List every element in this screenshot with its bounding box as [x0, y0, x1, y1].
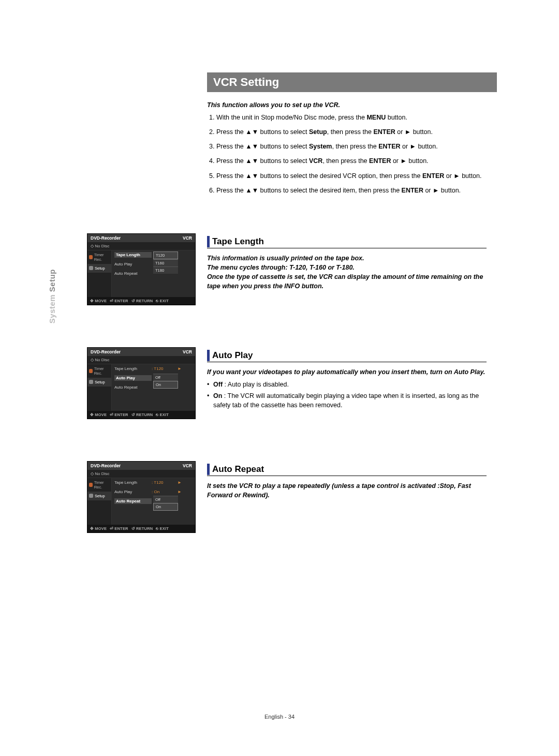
- step-6: Press the ▲▼ buttons to select the desir…: [216, 186, 487, 195]
- desc-auto-repeat: It sets the VCR to play a tape repeatedl…: [207, 481, 487, 500]
- page-footer: English - 34: [0, 714, 559, 720]
- section-auto-play: DVD-RecorderVCRNo DiscTimer Rec.SetupTap…: [207, 350, 487, 438]
- heading-tape-length: Tape Length: [207, 236, 487, 248]
- desc-tape-length: This information is usually printed on t…: [207, 254, 487, 291]
- osd-nav-setup: Setup: [87, 378, 111, 387]
- osd-tape-length: DVD-RecorderVCRNo DiscTimer Rec.SetupTap…: [87, 233, 196, 305]
- osd-option: Off: [153, 496, 178, 503]
- side-tab-strong: Setup: [48, 269, 56, 294]
- osd-titlebar: DVD-RecorderVCR: [87, 348, 195, 356]
- bullet-on: On : The VCR will automatically begin pl…: [209, 391, 487, 410]
- osd-footer: MOVEENTERRETURNEXIT: [87, 525, 195, 532]
- osd-nav-timer: Timer Rec.: [87, 250, 111, 264]
- osd-option: On: [153, 381, 178, 389]
- osd-footer: MOVEENTERRETURNEXIT: [87, 411, 195, 419]
- osd-titlebar: DVD-RecorderVCR: [87, 234, 195, 242]
- step-5: Press the ▲▼ buttons to select the desir…: [216, 171, 487, 181]
- osd-footer: MOVEENTERRETURNEXIT: [87, 297, 195, 305]
- osd-option-list: OffOn: [153, 374, 178, 389]
- osd-body: Timer Rec.SetupTape Length: T120►Auto Pl…: [87, 478, 195, 525]
- manual-page: System Setup VCR Setting This function a…: [0, 0, 559, 756]
- intro-text: This function allows you to set up the V…: [207, 101, 487, 109]
- page-title: VCR Setting: [207, 72, 497, 92]
- osd-body: Timer Rec.SetupTape LengthAuto PlayAuto …: [87, 250, 195, 297]
- step-2: Press the ▲▼ buttons to select Setup, th…: [216, 127, 487, 137]
- osd-nav-timer: Timer Rec.: [87, 364, 111, 378]
- side-tab: System Setup: [48, 269, 56, 323]
- intro-block: This function allows you to set up the V…: [207, 101, 487, 552]
- desc-auto-play: If you want your videotapes to play auto…: [207, 367, 487, 377]
- osd-nav-setup: Setup: [87, 492, 111, 500]
- step-4: Press the ▲▼ buttons to select VCR, then…: [216, 156, 487, 166]
- osd-body: Timer Rec.SetupTape Length: T120►Auto Pl…: [87, 364, 195, 411]
- side-tab-light: System: [48, 294, 56, 323]
- osd-left-nav: Timer Rec.Setup: [87, 478, 112, 525]
- heading-auto-play: Auto Play: [207, 350, 487, 362]
- step-1: With the unit in Stop mode/No Disc mode,…: [216, 113, 487, 122]
- osd-nodisc: No Disc: [87, 242, 195, 250]
- osd-option: On: [153, 503, 178, 511]
- osd-option: T160: [153, 259, 178, 266]
- osd-right-pane: Tape LengthAuto PlayAuto RepeatT120T160T…: [112, 250, 195, 297]
- bullet-off: Off : Auto play is disabled.: [209, 380, 487, 389]
- osd-row: Tape Length: T120►: [112, 478, 195, 487]
- osd-left-nav: Timer Rec.Setup: [87, 250, 112, 297]
- step-3: Press the ▲▼ buttons to select System, t…: [216, 142, 487, 151]
- osd-right-pane: Tape Length: T120►Auto PlayAuto RepeatOf…: [112, 364, 195, 411]
- section-auto-repeat: DVD-RecorderVCRNo DiscTimer Rec.SetupTap…: [207, 464, 487, 552]
- osd-option-list: T120T160T180: [153, 251, 178, 274]
- osd-option-list: OffOn: [153, 496, 178, 511]
- osd-titlebar: DVD-RecorderVCR: [87, 462, 195, 470]
- section-tape-length: DVD-RecorderVCRNo DiscTimer Rec.SetupTap…: [207, 236, 487, 324]
- osd-nodisc: No Disc: [87, 356, 195, 364]
- osd-row: Tape Length: T120►: [112, 364, 195, 374]
- osd-nodisc: No Disc: [87, 470, 195, 478]
- osd-option: Off: [153, 374, 178, 381]
- osd-option: T180: [153, 266, 178, 274]
- heading-auto-repeat: Auto Repeat: [207, 464, 487, 476]
- osd-right-pane: Tape Length: T120►Auto Play: On►Auto Rep…: [112, 478, 195, 525]
- osd-nav-timer: Timer Rec.: [87, 478, 111, 492]
- osd-auto-repeat: DVD-RecorderVCRNo DiscTimer Rec.SetupTap…: [87, 461, 196, 533]
- osd-left-nav: Timer Rec.Setup: [87, 364, 112, 411]
- auto-play-bullets: Off : Auto play is disabled. On : The VC…: [207, 380, 487, 410]
- osd-option: T120: [153, 251, 178, 259]
- osd-auto-play: DVD-RecorderVCRNo DiscTimer Rec.SetupTap…: [87, 347, 196, 419]
- osd-nav-setup: Setup: [87, 264, 111, 273]
- setup-steps: With the unit in Stop mode/No Disc mode,…: [207, 113, 487, 195]
